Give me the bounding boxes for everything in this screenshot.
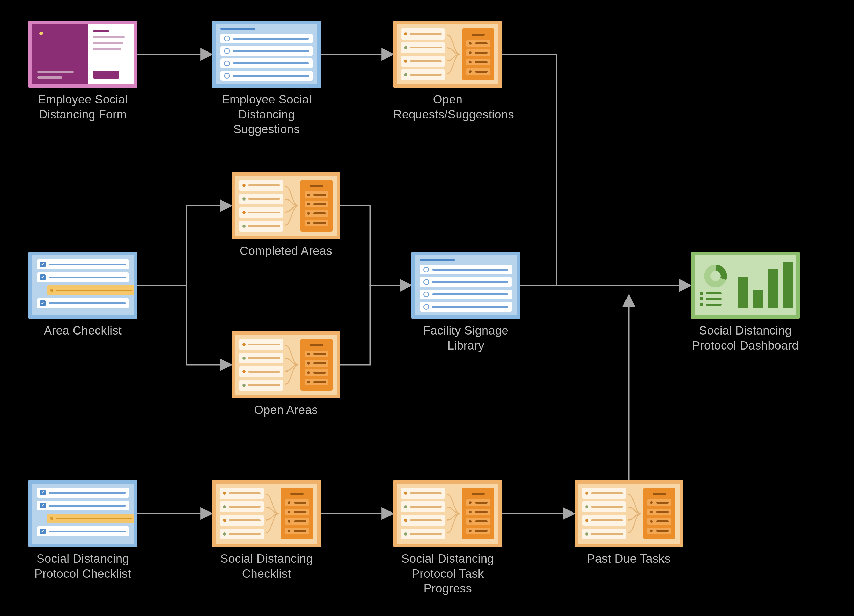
flow-diagram: Employee Social Distancing Form Employee… [0,0,854,616]
node-label: Social Distancing Checklist [212,551,321,581]
report-tile-icon [393,480,502,547]
node-employee-form: Employee Social Distancing Form [29,21,137,122]
node-task-progress: Social Distancing Protocol Task Progress [393,480,502,596]
report-tile-icon [575,480,683,547]
pie-chart-icon [704,265,727,287]
node-open-areas: Open Areas [232,331,340,418]
node-employee-suggestions: Employee Social Distancing Suggestions [212,21,321,137]
sheet-tile-icon [212,21,321,88]
report-tile-icon [212,480,321,547]
node-dashboard: Social Distancing Protocol Dashboard [691,252,800,353]
node-label: Employee Social Distancing Suggestions [212,92,321,137]
node-completed-areas: Completed Areas [232,172,340,258]
bar-chart-icon [738,261,793,310]
node-past-due: Past Due Tasks [575,480,683,566]
form-tile-icon [29,21,137,88]
node-label: Open Requests/Suggestions [393,92,502,122]
node-label: Social Distancing Protocol Checklist [29,551,137,581]
report-tile-icon [232,172,340,239]
node-label: Completed Areas [232,244,340,258]
checklist-tile-icon [29,480,137,547]
node-label: Area Checklist [29,323,137,338]
node-label: Social Distancing Protocol Task Progress [393,551,502,596]
node-label: Past Due Tasks [575,551,683,566]
report-tile-icon [232,331,340,398]
node-area-checklist: Area Checklist [29,252,137,338]
node-facility-signage-library: Facility Signage Library [412,252,520,353]
node-label: Open Areas [232,403,340,418]
checklist-tile-icon [29,252,137,319]
dashboard-tile-icon [691,252,800,319]
node-label: Facility Signage Library [412,323,520,353]
report-tile-icon [393,21,502,88]
node-open-requests: Open Requests/Suggestions [393,21,502,122]
sheet-tile-icon [412,252,520,319]
node-sd-checklist: Social Distancing Checklist [212,480,321,581]
node-label: Social Distancing Protocol Dashboard [691,323,800,353]
node-label: Employee Social Distancing Form [29,92,137,122]
node-protocol-checklist: Social Distancing Protocol Checklist [29,480,137,581]
